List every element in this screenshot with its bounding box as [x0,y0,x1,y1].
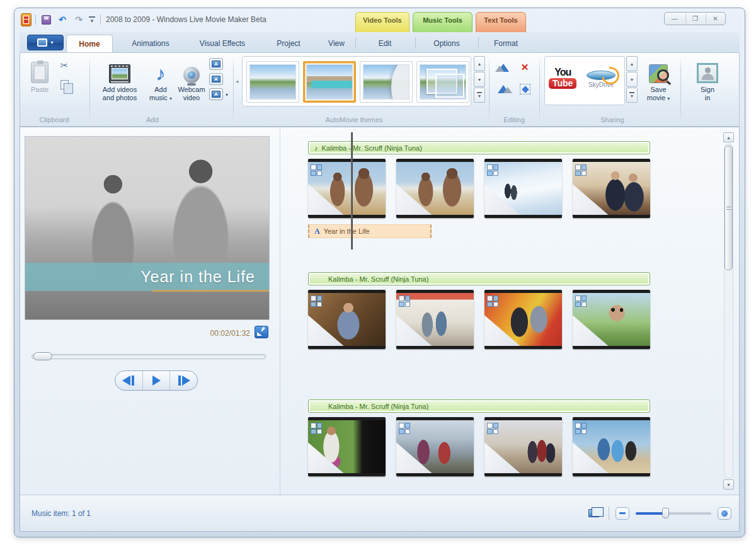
gallery-more-button[interactable]: ▼ [474,88,485,103]
gallery-scroll-left-icon[interactable]: ◂ [236,78,239,84]
customize-qat-button[interactable]: ▾ [89,16,95,23]
save-movie-button[interactable]: Savemovie ▾ [641,57,675,108]
tab-animations[interactable]: Animations [118,35,183,52]
sign-in-button[interactable]: Signin [690,57,724,108]
chevron-down-icon[interactable]: ▾ [226,92,228,98]
previous-frame-button[interactable] [115,371,142,390]
ribbon: Paste ✂ Clipboard Add videosand photos ♪… [20,52,740,127]
gallery-scroll-down-button[interactable]: ▼ [474,72,485,87]
storyboard-clip[interactable] [573,159,650,218]
seek-slider-thumb[interactable] [33,352,52,360]
gallery-more-button[interactable]: ▼ [626,88,638,103]
storyboard-clip[interactable] [396,159,474,218]
zoom-out-button[interactable] [616,507,629,520]
music-item-bar[interactable]: Kalimba - Mr. Scruff (Ninja Tuna) [308,399,650,413]
divider [609,507,609,520]
play-button[interactable] [142,371,170,390]
pan-zoom-icon [399,295,410,307]
music-item-bar[interactable]: Kalimba - Mr. Scruff (Ninja Tuna) [308,272,650,285]
maximize-button[interactable]: ❐ [685,13,704,24]
gallery-scroll-down-button[interactable]: ▼ [626,72,638,87]
storyboard-clip[interactable] [396,417,474,476]
tab-view[interactable]: View [317,35,356,52]
zoom-out-icon [619,512,626,514]
youtube-logo: You [549,67,576,77]
select-all-button[interactable] [517,81,533,97]
storyboard-clip[interactable] [484,417,562,476]
playhead[interactable] [351,132,353,250]
tab-format[interactable]: Format [479,35,532,52]
tab-options[interactable]: Options [416,35,477,52]
group-separator [89,57,90,122]
gallery-scroll-up-button[interactable]: ▲ [626,56,638,71]
application-menu-button[interactable]: ▾ [27,35,64,50]
seek-slider[interactable] [32,354,266,359]
zoom-slider-thumb[interactable] [662,508,669,519]
theme-thumbnail [363,64,410,100]
cut-button[interactable]: ✂ [57,58,72,73]
fullscreen-preview-button[interactable] [255,326,268,338]
music-item-bar[interactable]: ♪ Kalimba - Mr. Scruff (Ninja Tuna) [308,141,650,154]
pane-divider [280,127,280,495]
add-title-button[interactable]: A [209,58,223,70]
title-overlay-band: Year in the Life [25,263,269,291]
select-all-icon [520,84,530,95]
rotate-left-button[interactable] [495,59,512,76]
redo-button[interactable]: ↷ [72,13,85,26]
group-label-editing: Editing [489,116,539,123]
pan-zoom-icon [311,423,322,434]
theme-pan[interactable] [360,61,413,103]
scroll-down-button[interactable]: ▼ [723,479,734,490]
add-videos-photos-button[interactable]: Add videosand photos [94,57,145,108]
storyboard-clip[interactable] [308,159,386,218]
group-label-automovie: AutoMovie themes [285,116,423,123]
remove-button[interactable]: ✕ [517,59,533,76]
minimize-button[interactable]: — [665,13,684,24]
group-separator [489,57,490,122]
theme-selected[interactable] [303,61,356,103]
storyboard-clip[interactable] [396,290,474,349]
thumbnail-size-button[interactable] [585,506,602,521]
divider [415,37,416,49]
storyboard-clip[interactable] [308,417,386,476]
storyboard-clip[interactable] [308,290,386,349]
rotate-right-button[interactable] [495,81,512,97]
tab-edit[interactable]: Edit [356,35,414,52]
rotate-left-icon [498,64,509,72]
thumbnail-size-icon [588,509,599,517]
tab-project[interactable]: Project [261,35,316,52]
theme-stack[interactable] [416,61,469,103]
text-overlay-item[interactable]: A Year in the Life [308,224,432,238]
next-frame-button[interactable] [169,371,197,390]
zoom-in-button[interactable] [718,507,731,520]
add-music-button[interactable]: ♪ Addmusic ▾ [146,57,175,108]
gallery-scroll-up-button[interactable]: ▲ [474,56,485,71]
storyboard-clip[interactable] [484,159,562,218]
storyboard-clip[interactable] [484,290,562,349]
sign-in-icon [697,63,718,83]
tab-visual-effects[interactable]: Visual Effects [186,35,259,52]
save-button[interactable] [40,13,52,26]
publish-skydrive-button[interactable]: SkyDrive [587,71,616,88]
add-credits-button[interactable]: A [209,88,223,100]
pan-zoom-icon [399,423,410,434]
group-separator [680,57,681,122]
paste-button[interactable]: Paste [26,57,53,108]
webcam-video-button[interactable]: Webcamvideo [176,57,207,108]
tab-home[interactable]: Home [66,35,113,52]
copy-button[interactable] [57,77,72,92]
undo-button[interactable]: ↶ [56,13,69,26]
add-caption-button[interactable]: A [209,73,223,85]
chevron-down-icon: ▾ [169,96,172,101]
scrollbar-track[interactable] [724,144,733,478]
theme-default[interactable] [246,61,299,103]
zoom-slider[interactable] [636,512,711,515]
title-bar[interactable]: ↶ ↷ ▾ 2008 to 2009 - Windows Live Movie … [14,8,745,32]
storyboard-clip[interactable] [573,417,650,476]
ribbon-tab-row: ▾ Home Animations Visual Effects Project… [20,32,740,52]
publish-youtube-button[interactable]: You Tube [549,67,576,89]
scrollbar-thumb[interactable] [724,146,733,270]
storyboard-clip[interactable] [573,290,650,349]
close-button[interactable]: ✕ [706,13,724,24]
scroll-up-button[interactable]: ▲ [723,132,734,142]
